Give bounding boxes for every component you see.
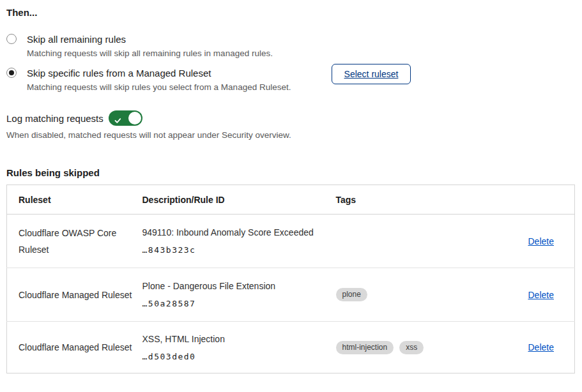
table-row: Cloudflare Managed Ruleset Plone - Dange…: [7, 268, 575, 322]
actions-cell: Delete: [528, 322, 575, 373]
rule-id: …d503ded0: [142, 351, 336, 363]
tag-pill: xss: [399, 341, 424, 354]
column-header-ruleset: Ruleset: [7, 185, 142, 215]
ruleset-cell: Cloudflare Managed Ruleset: [7, 268, 142, 322]
rule-id: …50a28587: [142, 298, 336, 310]
tags-cell: [336, 215, 528, 268]
rules-being-skipped-table: Ruleset Description/Rule ID Tags Cloudfl…: [6, 185, 575, 373]
rules-table-body: Cloudflare OWASP Core Ruleset 949110: In…: [7, 215, 575, 373]
description-cell: Plone - Dangerous File Extension …50a285…: [142, 268, 336, 322]
column-header-actions: [528, 185, 575, 215]
then-heading: Then...: [6, 6, 37, 19]
radio-skip-all[interactable]: [6, 34, 17, 44]
radio-skip-specific[interactable]: [6, 68, 17, 78]
table-row: Cloudflare Managed Ruleset XSS, HTML Inj…: [7, 322, 575, 373]
description-cell: 949110: Inbound Anomaly Score Exceeded ……: [142, 215, 336, 268]
delete-link[interactable]: Delete: [528, 290, 554, 300]
tag-pill: html-injection: [336, 341, 394, 354]
option-skip-all[interactable]: Skip all remaining rules Matching reques…: [6, 33, 415, 60]
tags-cell: plone: [336, 268, 528, 322]
actions-cell: Delete: [528, 268, 575, 322]
tag-pill: plone: [336, 288, 367, 301]
column-header-tags: Tags: [336, 185, 528, 215]
ruleset-cell: Cloudflare Managed Ruleset: [7, 322, 142, 373]
option-skip-specific-description: Matching requests will skip rules you se…: [27, 81, 291, 94]
option-skip-all-description: Matching requests will skip all remainin…: [27, 47, 273, 60]
check-icon: [114, 115, 121, 126]
table-header-row: Ruleset Description/Rule ID Tags: [7, 185, 575, 215]
log-matching-requests-toggle[interactable]: [109, 110, 142, 126]
tags-cell: html-injectionxss: [336, 322, 528, 373]
table-row: Cloudflare OWASP Core Ruleset 949110: In…: [7, 215, 575, 268]
log-matching-description: When disabled, matched requests will not…: [6, 129, 291, 142]
delete-link[interactable]: Delete: [528, 342, 554, 352]
delete-link[interactable]: Delete: [528, 236, 554, 246]
select-ruleset-button[interactable]: Select ruleset: [332, 64, 411, 84]
actions-cell: Delete: [528, 215, 575, 268]
ruleset-cell: Cloudflare OWASP Core Ruleset: [7, 215, 142, 268]
column-header-description: Description/Rule ID: [142, 185, 336, 215]
toggle-knob: [128, 112, 141, 124]
rule-description: 949110: Inbound Anomaly Score Exceeded: [142, 226, 336, 239]
rule-description: Plone - Dangerous File Extension: [142, 280, 336, 292]
option-skip-all-label: Skip all remaining rules: [27, 33, 273, 46]
option-skip-specific-label: Skip specific rules from a Managed Rules…: [27, 66, 291, 80]
description-cell: XSS, HTML Injection …d503ded0: [142, 322, 336, 373]
rules-being-skipped-heading: Rules being skipped: [6, 167, 100, 179]
log-matching-row: Log matching requests: [6, 110, 142, 126]
rule-description: XSS, HTML Injection: [142, 333, 336, 345]
log-matching-label: Log matching requests: [6, 113, 103, 124]
rule-id: …843b323c: [142, 245, 336, 256]
